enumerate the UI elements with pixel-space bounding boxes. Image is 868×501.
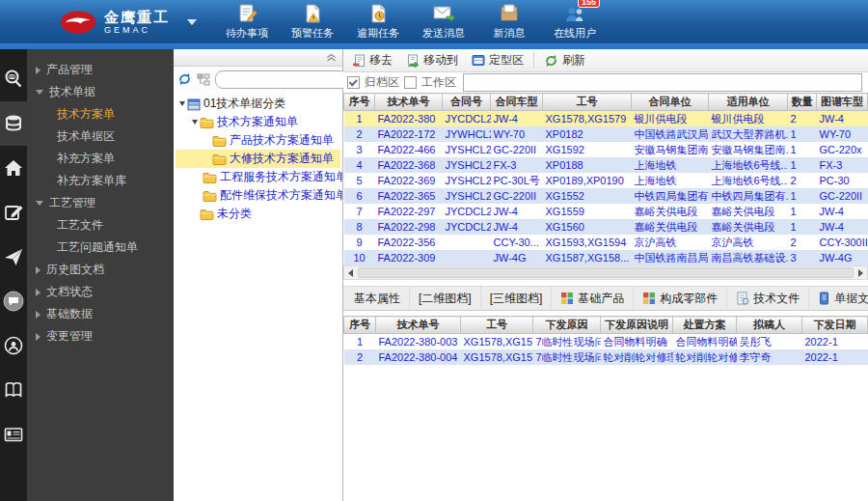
todo-icon <box>236 3 258 24</box>
tree-node-技术方案通知单[interactable]: 技术方案通知单 <box>176 113 340 131</box>
filter-row: 归档区 工作区 <box>343 72 868 93</box>
archive-checkbox[interactable] <box>347 76 360 89</box>
folder-icon <box>203 189 217 202</box>
column-header-合同单位[interactable]: 合同单位 <box>632 94 709 111</box>
tab-三维图档[interactable]: [三维图档] <box>481 287 553 310</box>
column-header-工号[interactable]: 工号 <box>461 317 533 334</box>
sidebar-item-变更管理[interactable]: 变更管理 <box>27 325 174 348</box>
column-header-下发原因[interactable]: 下发原因 <box>533 317 601 334</box>
todo-button[interactable]: 待办事项 <box>224 3 270 41</box>
cell: XG1559 <box>543 204 632 219</box>
sidebar-item-补充方案单[interactable]: 补充方案单 <box>27 148 174 170</box>
column-header-处置方案[interactable]: 处置方案 <box>673 317 737 334</box>
tree-node-产品技术方案通知单[interactable]: 产品技术方案通知单 <box>176 131 340 150</box>
tab-基础产品[interactable]: 基础产品 <box>552 287 634 310</box>
grid-filter-input[interactable] <box>463 73 862 92</box>
column-header-工号[interactable]: 工号 <box>543 94 632 111</box>
move-to-button[interactable]: 移动到 <box>399 49 465 71</box>
tree-node-配件维保技术方案通知单[interactable]: 配件维保技术方案通知单 <box>176 186 340 205</box>
sidebar-item-文档状态[interactable]: 文档状态 <box>27 281 174 303</box>
strip-sipm-search-button[interactable]: SIPM <box>0 57 27 101</box>
document-row[interactable]: 3FA2022-466JYSHCL202...GC-220IIXG1592安徽马… <box>344 142 868 157</box>
column-header-下发原因说明[interactable]: 下发原因说明 <box>601 317 673 334</box>
column-header-序号[interactable]: 序号 <box>344 317 376 334</box>
column-header-图谱车型[interactable]: 图谱车型 <box>817 94 868 111</box>
tree-node-工程服务技术方案通知单[interactable]: 工程服务技术方案通知单 <box>176 168 340 186</box>
strip-database-button[interactable] <box>0 101 27 146</box>
document-row[interactable]: 8FA2022-298JYCDCL202...JW-4XG1560嘉峪关供电段嘉… <box>344 219 868 235</box>
sidebar-item-工艺文件[interactable]: 工艺文件 <box>27 214 174 237</box>
refresh-button[interactable]: 刷新 <box>537 49 592 71</box>
remove-button[interactable]: 移去 <box>345 49 399 71</box>
document-row[interactable]: 10FA2022-309JW-4GXG1587,XG158...中国铁路南昌局.… <box>344 250 868 265</box>
sidebar-item-技术单据区[interactable]: 技术单据区 <box>27 125 174 148</box>
refresh-icon <box>544 54 558 68</box>
scroll-right-button[interactable] <box>854 266 867 279</box>
tab-单据文件[interactable]: 单据文件 <box>809 287 868 310</box>
online-users-button[interactable]: 在线用户155 <box>552 3 598 41</box>
strip-send-plane-button[interactable] <box>0 235 27 279</box>
chevron-right-icon <box>36 67 41 74</box>
strip-compose-button[interactable] <box>0 190 27 235</box>
fixed-zone-icon <box>472 54 485 67</box>
document-row[interactable]: 5FA2022-369JYSHCL202...PC-30L号XP0189,XP0… <box>344 173 868 188</box>
tab-二维图档[interactable]: [二维图档] <box>410 287 481 310</box>
expander-down-icon[interactable] <box>179 101 185 106</box>
column-header-合同号[interactable]: 合同号 <box>443 94 491 111</box>
sidebar-item-工艺管理[interactable]: 工艺管理 <box>27 192 174 214</box>
tree-node-label: 配件维保技术方案通知单 <box>217 186 342 205</box>
tab-技术文件[interactable]: 技术文件 <box>727 287 809 310</box>
sidebar-item-技术方案单[interactable]: 技术方案单 <box>27 103 174 125</box>
new-message-button[interactable]: 新消息 <box>486 3 532 41</box>
strip-id-card-button[interactable] <box>0 412 27 457</box>
strip-book-button[interactable] <box>0 368 27 412</box>
sidebar-item-产品管理[interactable]: 产品管理 <box>27 59 174 81</box>
cell: FA2022-298 <box>375 219 443 235</box>
column-header-适用单位[interactable]: 适用单位 <box>709 94 788 111</box>
supplement-row[interactable]: 1FA2022-380-003XG1578,XG15797临时性现场问...合同… <box>344 334 868 350</box>
sidebar-item-基础数据[interactable]: 基础数据 <box>27 303 174 325</box>
sidebar-item-工艺问题通知单[interactable]: 工艺问题通知单 <box>27 237 174 259</box>
document-row[interactable]: 6FA2022-365JYSHCL202...GC-220IIXG1552中铁四… <box>344 188 868 204</box>
tree-node-01技术单据分类[interactable]: 01技术单据分类 <box>176 95 340 113</box>
tree-node-大修技术方案通知单[interactable]: 大修技术方案通知单 <box>176 150 340 168</box>
scroll-left-button[interactable] <box>344 266 357 279</box>
tree-search-input[interactable] <box>222 72 363 86</box>
scroll-thumb[interactable] <box>358 267 854 278</box>
sidebar-item-历史图文档[interactable]: 历史图文档 <box>27 259 174 281</box>
brand-caret-icon[interactable] <box>187 19 197 25</box>
sidebar-item-技术单据[interactable]: 技术单据 <box>27 81 174 103</box>
tree-refresh-icon[interactable] <box>177 72 192 86</box>
tab-基本属性[interactable]: 基本属性 <box>345 287 410 310</box>
tree-node-未分类[interactable]: 未分类 <box>176 205 340 223</box>
doc-icon <box>736 292 749 305</box>
column-header-技术单号[interactable]: 技术单号 <box>375 94 443 111</box>
document-row[interactable]: 7FA2022-297JYCDCL202...JW-4XG1559嘉峪关供电段嘉… <box>344 204 868 219</box>
warning-task-button[interactable]: 预警任务 <box>289 3 336 41</box>
sidebar-item-补充方案单库[interactable]: 补充方案单库 <box>27 170 174 192</box>
strip-chat-button[interactable] <box>0 279 27 323</box>
tree-structure-icon[interactable] <box>197 73 210 86</box>
collapse-panel-icon[interactable] <box>326 53 337 62</box>
column-header-数量[interactable]: 数量 <box>788 94 817 111</box>
workspace-checkbox[interactable] <box>404 76 417 89</box>
tab-构成零部件[interactable]: 构成零部件 <box>634 287 727 310</box>
column-header-拟稿人[interactable]: 拟稿人 <box>737 317 802 334</box>
document-row[interactable]: 1FA2022-380JYCDCL202...JW-4XG1578,XG1579… <box>344 111 868 127</box>
strip-support-button[interactable] <box>0 323 27 368</box>
document-row[interactable]: 4FA2022-368JYSHCL202...FX-3XP0188上海地铁上海地… <box>344 157 868 173</box>
overdue-task-button[interactable]: 逾期任务 <box>355 3 401 41</box>
column-header-技术单号[interactable]: 技术单号 <box>376 317 461 334</box>
supplement-row[interactable]: 2FA2022-380-004XG1578,XG15797临时性现场问...轮对… <box>344 349 868 365</box>
column-header-下发日期[interactable]: 下发日期 <box>802 317 868 334</box>
column-header-序号[interactable]: 序号 <box>344 94 375 111</box>
document-row[interactable]: 2FA2022-172JYWHCL20...WY-70XP0182中国铁路武汉局… <box>344 126 868 142</box>
cell: 1 <box>788 204 817 219</box>
document-row[interactable]: 9FA2022-356CCY-30...XG1593,XG1594京沪高铁京沪高… <box>344 235 868 250</box>
column-header-合同车型[interactable]: 合同车型 <box>491 94 543 111</box>
send-message-button[interactable]: 发送消息 <box>420 3 467 41</box>
expander-down-icon[interactable] <box>192 120 198 125</box>
strip-home-button[interactable] <box>0 146 27 190</box>
cell: 上海地铁6号线... <box>709 173 788 188</box>
fixed-zone-button[interactable]: 定型区 <box>465 49 530 71</box>
